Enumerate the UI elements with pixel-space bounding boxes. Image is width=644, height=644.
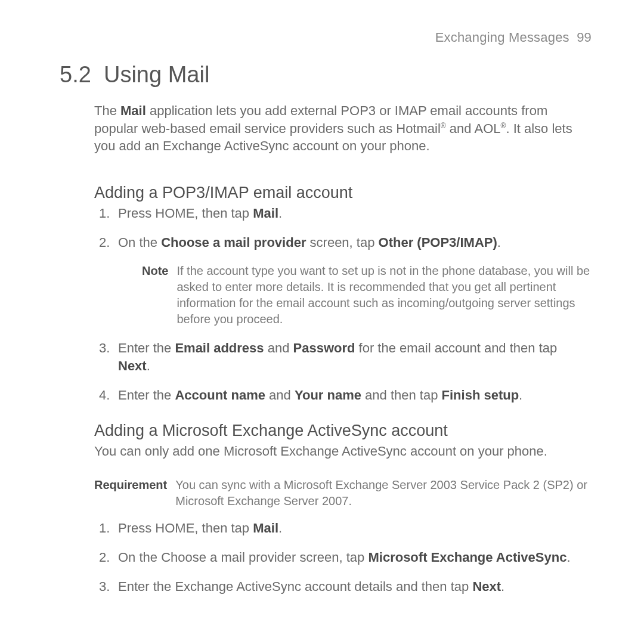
requirement-label: Requirement [94,477,167,510]
text: . [519,388,522,402]
text: On the Choose a mail provider screen, ta… [118,550,368,565]
text: for the email account and then tap [355,340,557,355]
note-label: Note [142,263,168,327]
step-3: Enter the Exchange ActiveSync account de… [94,578,592,596]
text: . [147,358,150,373]
running-title: Exchanging Messages [435,30,569,45]
keyword-password: Password [293,340,355,355]
keyword-mail: Mail [253,521,278,535]
keyword-ms-exchange-activesync: Microsoft Exchange ActiveSync [368,550,566,565]
keyword-your-name: Your name [295,388,361,402]
steps-activesync: Press HOME, then tap Mail. On the Choose… [94,519,592,596]
text: The [94,103,120,118]
keyword-next: Next [472,579,501,594]
step-3: Enter the Email address and Password for… [94,339,592,376]
text: . [278,521,282,535]
note-block: Note If the account type you want to set… [142,263,592,327]
keyword-finish-setup: Finish setup [442,388,519,402]
text: screen, tap [306,235,378,250]
text: Enter the [118,388,175,402]
page: Exchanging Messages 99 5.2 Using Mail Th… [0,0,644,644]
subhead-pop3-imap: Adding a POP3/IMAP email account [94,184,592,202]
requirement-block: Requirement You can sync with a Microsof… [94,477,592,510]
keyword-email-address: Email address [175,340,264,355]
keyword-mail: Mail [253,206,278,221]
text: Enter the Exchange ActiveSync account de… [118,579,472,594]
keyword-account-name: Account name [175,388,265,402]
keyword-choose-provider: Choose a mail provider [161,235,306,250]
reg-mark: ® [441,121,446,129]
text: and [264,340,293,355]
text: . [278,206,282,221]
step-1: Press HOME, then tap Mail. [94,519,592,538]
intro-paragraph: The Mail application lets you add extern… [94,102,583,155]
page-number: 99 [577,30,592,45]
text: . [566,550,570,565]
step-2: On the Choose a mail provider screen, ta… [94,234,592,327]
step-1: Press HOME, then tap Mail. [94,205,592,223]
section-number: 5.2 [60,62,91,87]
section-name: Using Mail [104,62,209,87]
keyword-mail: Mail [120,103,146,118]
section-title: 5.2 Using Mail [60,62,592,88]
text: Press HOME, then tap [118,521,253,535]
activesync-intro: You can only add one Microsoft Exchange … [94,442,583,460]
text: and AOL [446,121,501,136]
keyword-next: Next [118,358,147,373]
keyword-other-pop3-imap: Other (POP3/IMAP) [379,235,497,250]
text: Press HOME, then tap [118,206,253,221]
text: Enter the [118,340,175,355]
step-2: On the Choose a mail provider screen, ta… [94,549,592,567]
note-body: If the account type you want to set up i… [177,263,592,327]
text: . [501,579,504,594]
text: and then tap [361,388,442,402]
step-4: Enter the Account name and Your name and… [94,386,592,405]
running-head: Exchanging Messages 99 [60,30,592,45]
text: On the [118,235,161,250]
subhead-activesync: Adding a Microsoft Exchange ActiveSync a… [94,422,592,440]
requirement-body: You can sync with a Microsoft Exchange S… [175,477,592,510]
steps-pop3-imap: Press HOME, then tap Mail. On the Choose… [94,205,592,405]
text: and [265,388,295,402]
text: . [497,235,501,250]
